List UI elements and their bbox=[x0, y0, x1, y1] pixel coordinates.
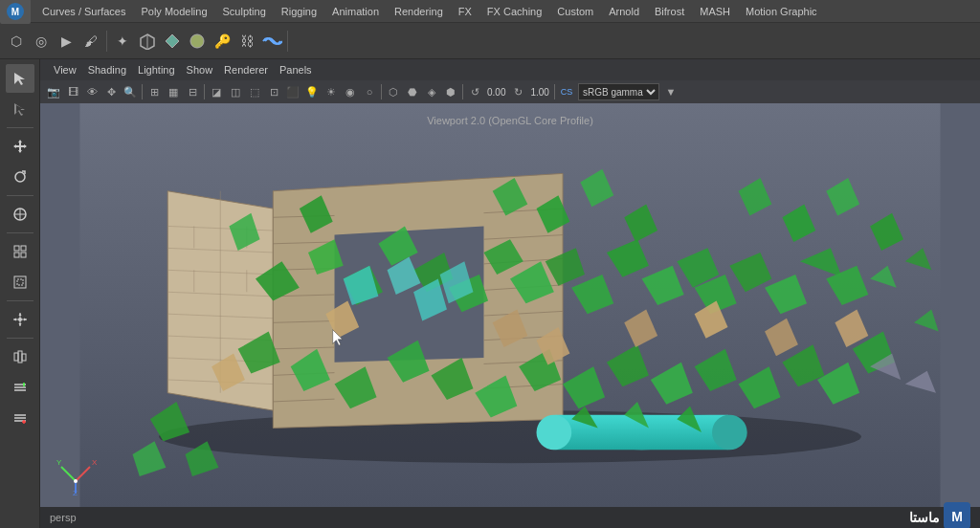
diamond-tool[interactable] bbox=[160, 29, 185, 54]
vp-menu-show[interactable]: Show bbox=[181, 64, 219, 76]
svg-rect-22 bbox=[21, 253, 26, 257]
menu-item-rendering[interactable]: Rendering bbox=[387, 6, 451, 17]
tool-move[interactable] bbox=[6, 132, 34, 161]
vp-icon-grid2[interactable]: ▦ bbox=[164, 82, 183, 101]
menu-item-poly-modeling[interactable]: Poly Modeling bbox=[133, 6, 214, 17]
vp-icon-dropdown-arrow[interactable]: ▼ bbox=[661, 82, 680, 101]
menu-item-fx-caching[interactable]: FX Caching bbox=[479, 6, 549, 17]
menu-item-motion-graphic[interactable]: Motion Graphic bbox=[738, 6, 825, 17]
vp-icon-grid[interactable]: ⊞ bbox=[145, 82, 164, 101]
vp-menu-panels[interactable]: Panels bbox=[274, 64, 318, 76]
vp-menu-renderer[interactable]: Renderer bbox=[218, 64, 274, 76]
svg-marker-31 bbox=[24, 319, 27, 321]
vp-icon-mesh2[interactable]: ◫ bbox=[226, 82, 245, 101]
vp-icon-select1[interactable]: ⬡ bbox=[384, 82, 403, 101]
menu-item-custom[interactable]: Custom bbox=[549, 6, 601, 17]
particle-tool[interactable]: ✦ bbox=[110, 29, 135, 54]
play-tool[interactable]: ▶ bbox=[54, 29, 78, 54]
svg-marker-14 bbox=[24, 144, 27, 148]
scene-canvas bbox=[40, 103, 980, 507]
viewport[interactable]: View Shading Lighting Show Renderer Pane… bbox=[40, 59, 980, 528]
vp-icon-mesh1[interactable]: ◪ bbox=[207, 82, 226, 101]
menu-item-arnold[interactable]: Arnold bbox=[601, 6, 647, 17]
vp-icon-zoom[interactable]: 🔍 bbox=[121, 82, 140, 101]
tool-select-arrow[interactable] bbox=[6, 64, 34, 93]
svg-rect-19 bbox=[14, 246, 19, 251]
tool-settings[interactable] bbox=[6, 342, 34, 371]
menu-item-curves-surfaces[interactable]: Curves / Surfaces bbox=[34, 6, 133, 17]
svg-point-135 bbox=[537, 415, 572, 451]
svg-marker-13 bbox=[13, 144, 16, 148]
viewport-menu-bar: View Shading Lighting Show Renderer Pane… bbox=[40, 59, 980, 80]
vp-icon-film[interactable]: 🎞 bbox=[63, 82, 82, 101]
svg-marker-29 bbox=[18, 323, 21, 326]
svg-marker-28 bbox=[18, 313, 21, 316]
svg-text:M: M bbox=[951, 509, 963, 524]
vp-icon-arrow[interactable]: ↻ bbox=[508, 82, 527, 101]
svg-rect-34 bbox=[22, 354, 26, 361]
tool-move-pivot[interactable] bbox=[6, 305, 34, 334]
tool-circle[interactable] bbox=[6, 200, 34, 229]
maya-icon[interactable]: M bbox=[0, 0, 31, 24]
menu-item-rigging[interactable]: Rigging bbox=[274, 6, 324, 17]
left-tools-panel bbox=[0, 59, 40, 528]
menu-item-sculpting[interactable]: Sculpting bbox=[215, 6, 274, 17]
vp-icon-select4[interactable]: ⬢ bbox=[441, 82, 460, 101]
tool-add[interactable] bbox=[6, 404, 34, 432]
svg-marker-12 bbox=[18, 150, 22, 153]
menu-item-bifrost[interactable]: Bifrost bbox=[647, 6, 692, 17]
vp-icon-eye[interactable]: 👁 bbox=[82, 82, 101, 101]
tool-frame[interactable] bbox=[6, 268, 34, 297]
vp-colorspace-select[interactable]: sRGB gamma bbox=[578, 83, 659, 100]
vp-icon-mesh4[interactable]: ⊡ bbox=[264, 82, 283, 101]
vp-value1-label: 0.00 bbox=[487, 87, 505, 98]
menu-item-animation[interactable]: Animation bbox=[324, 6, 387, 17]
main-area: View Shading Lighting Show Renderer Pane… bbox=[0, 59, 980, 528]
svg-point-136 bbox=[712, 415, 747, 451]
sphere-tool[interactable] bbox=[185, 29, 210, 54]
svg-rect-32 bbox=[14, 353, 18, 361]
vp-icon-aa[interactable]: ◉ bbox=[341, 82, 360, 101]
vp-icon-camera[interactable]: 📷 bbox=[44, 82, 63, 101]
vp-icon-light[interactable]: 💡 bbox=[302, 82, 322, 101]
viewport-camera-name: persp bbox=[50, 512, 77, 523]
vp-icon-select3[interactable]: ◈ bbox=[422, 82, 441, 101]
toolbar-row: ⬡ ◎ ▶ 🖌 ✦ 🔑 ⛓ bbox=[0, 23, 980, 59]
brush-tool[interactable]: 🖌 bbox=[78, 29, 103, 54]
vp-icon-shadow[interactable]: ☀ bbox=[322, 82, 341, 101]
vp-icon-fog[interactable]: ○ bbox=[360, 82, 379, 101]
svg-rect-20 bbox=[21, 246, 26, 251]
menu-item-fx[interactable]: FX bbox=[451, 6, 479, 17]
wave-tool[interactable] bbox=[259, 29, 284, 54]
svg-point-27 bbox=[18, 318, 22, 321]
chain-tool[interactable]: ⛓ bbox=[234, 29, 259, 54]
vp-menu-lighting[interactable]: Lighting bbox=[132, 64, 181, 76]
tool-plus-minus[interactable] bbox=[6, 373, 34, 402]
tool-rotate[interactable] bbox=[6, 163, 34, 191]
tool-select-lasso[interactable] bbox=[6, 95, 34, 123]
vp-menu-view[interactable]: View bbox=[48, 64, 82, 76]
vp-icon-mesh3[interactable]: ⬚ bbox=[245, 82, 264, 101]
vp-icon-grid3[interactable]: ⊟ bbox=[183, 82, 202, 101]
svg-text:Y: Y bbox=[56, 458, 62, 467]
vp-menu-shading[interactable]: Shading bbox=[82, 64, 132, 76]
vp-colorspace-icon[interactable]: CS bbox=[557, 82, 576, 101]
menu-bar: Curves / SurfacesPoly ModelingSculptingR… bbox=[34, 6, 825, 17]
svg-point-157 bbox=[74, 479, 78, 483]
select-tool[interactable]: ⬡ bbox=[4, 29, 29, 54]
vp-icon-refresh[interactable]: ↺ bbox=[465, 82, 484, 101]
lasso-tool[interactable]: ◎ bbox=[29, 29, 54, 54]
axis-indicator: X Y Z bbox=[52, 448, 100, 499]
svg-rect-21 bbox=[14, 253, 19, 257]
viewport-status-bar: persp ماستا M bbox=[40, 507, 980, 528]
vp-value2-label: 1.00 bbox=[530, 87, 548, 98]
svg-rect-24 bbox=[17, 279, 23, 285]
vp-icon-texture[interactable]: ⬛ bbox=[283, 82, 302, 101]
tool-grid[interactable] bbox=[6, 237, 34, 266]
vp-icon-select2[interactable]: ⬣ bbox=[403, 82, 422, 101]
svg-rect-33 bbox=[18, 351, 22, 363]
cube-tool[interactable] bbox=[135, 29, 160, 54]
key-tool[interactable]: 🔑 bbox=[210, 29, 234, 54]
vp-icon-move[interactable]: ✥ bbox=[101, 82, 121, 101]
menu-item-mash[interactable]: MASH bbox=[692, 6, 738, 17]
